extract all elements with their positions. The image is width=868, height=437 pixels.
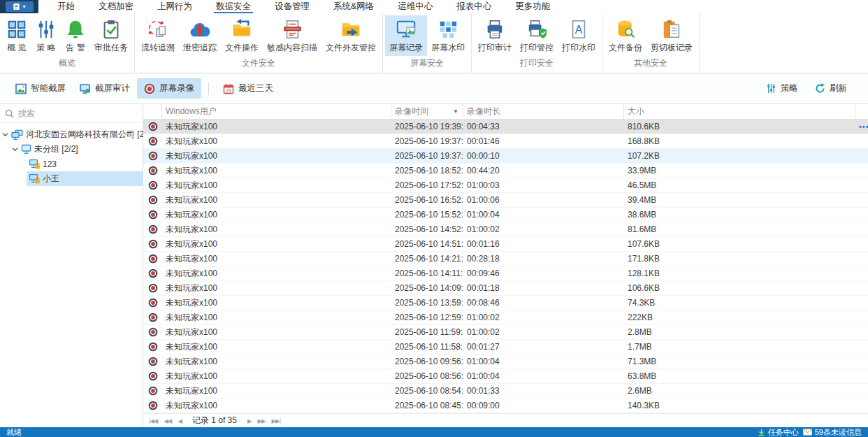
table-row[interactable]: 未知玩家x100 2025-06-10 14:51:08 00:01:16 10…	[143, 237, 868, 252]
print-watermark-button[interactable]: A 打印水印	[558, 15, 600, 56]
ribbon-group-screen-security: 屏幕记录 屏幕水印 屏幕安全	[383, 13, 472, 73]
search-input[interactable]	[18, 108, 138, 118]
policy-button-right[interactable]: 策略	[759, 78, 805, 99]
leak-trace-icon	[189, 19, 210, 40]
tree-item-ungrouped[interactable]: 未分组 [2/2]	[0, 142, 143, 157]
screen-recording-tab[interactable]: 屏幕录像	[137, 78, 201, 99]
chevron-down-icon[interactable]	[2, 131, 8, 138]
screen-record-button[interactable]: 屏幕记录	[385, 15, 427, 56]
screen-watermark-button[interactable]: 屏幕水印	[427, 15, 469, 56]
unread-messages-button[interactable]: 59条未读信息	[803, 427, 862, 437]
row-user: 未知玩家x100	[162, 268, 391, 280]
column-header-icon[interactable]	[143, 104, 162, 119]
clipboard-record-button[interactable]: 剪切板记录	[646, 15, 697, 56]
app-menu-button[interactable]: ▾	[6, 1, 34, 12]
row-user: 未知玩家x100	[162, 194, 391, 206]
filter-dropdown-icon[interactable]: ▼	[453, 108, 463, 115]
row-duration: 01:00:06	[463, 195, 624, 205]
column-header-user[interactable]: Windows用户	[162, 104, 391, 119]
column-header-duration[interactable]: 录像时长	[463, 104, 624, 119]
pager-prev-group-button[interactable]: ◀◀	[164, 417, 171, 424]
pager-prev-button[interactable]: ◀	[178, 417, 182, 424]
leak-trace-button[interactable]: 泄密追踪	[179, 15, 221, 56]
file-outgoing-button[interactable]: 文件外发管控	[321, 15, 380, 56]
smart-capture-button[interactable]: 智能截屏	[8, 78, 73, 99]
chevron-down-icon[interactable]	[12, 146, 18, 152]
table-row[interactable]: 未知玩家x100 2025-06-10 14:09:08 00:01:18 10…	[143, 281, 868, 296]
menu-tab[interactable]: 设备管理	[263, 0, 321, 13]
file-outgoing-icon	[340, 19, 361, 40]
file-operation-button[interactable]: 文件操作	[221, 15, 263, 56]
policy-button[interactable]: 策 略	[31, 15, 61, 56]
row-user: 未知玩家x100	[162, 297, 391, 309]
row-time: 2025-06-10 09:56:09	[391, 357, 463, 366]
row-actions-button[interactable]: •••	[859, 122, 868, 131]
record-icon	[148, 210, 158, 220]
table-row[interactable]: 未知玩家x100 2025-06-10 11:58:11 00:01:27 1.…	[143, 340, 868, 354]
menu-tab[interactable]: 系统&网络	[321, 0, 386, 13]
ribbon-spacer	[700, 13, 868, 73]
table-row[interactable]: 未知玩家x100 2025-06-10 09:56:09 01:00:04 71…	[143, 354, 868, 369]
table-row[interactable]: 未知玩家x100 2025-06-10 18:52:55 00:44:20 33…	[143, 164, 868, 178]
print-control-button[interactable]: 打印管控	[516, 15, 558, 56]
ribbon-group-overview: 概 览 策 略 告 警 审批任务 概览	[0, 13, 135, 73]
pagination-bar: |◀◀ ◀◀ ◀ 记录 1 of 35 ▶ ▶▶ ▶▶|	[143, 413, 868, 427]
row-user: 未知玩家x100	[162, 327, 391, 338]
table-row[interactable]: 未知玩家x100 2025-06-10 14:11:15 00:09:46 12…	[143, 266, 868, 281]
row-size: 81.6MB	[624, 224, 855, 234]
refresh-button[interactable]: 刷新	[808, 78, 854, 99]
recent-three-days-button[interactable]: 23 最近三天	[216, 78, 280, 99]
file-backup-button[interactable]: 文件备份	[605, 15, 646, 56]
row-time: 2025-06-10 19:39:23	[391, 122, 463, 131]
alert-button[interactable]: 告 警	[61, 15, 90, 56]
column-header-size[interactable]: 大小	[624, 104, 855, 119]
table-row[interactable]: 未知玩家x100 2025-06-10 15:52:40 01:00:04 38…	[143, 208, 868, 222]
menu-tab[interactable]: 上网行为	[145, 0, 204, 13]
print-audit-button[interactable]: 打印审计	[474, 15, 516, 56]
menu-tab[interactable]: 更多功能	[503, 0, 562, 13]
tree-item-terminal-xiaowang[interactable]: 小王	[0, 171, 143, 186]
menu-tab[interactable]: 开始	[45, 0, 87, 13]
row-duration: 00:09:46	[463, 268, 624, 278]
tree-item-company[interactable]: 河北安固云网络科技有限公司 [2/2]	[0, 127, 143, 142]
table-row[interactable]: 未知玩家x100 2025-06-10 08:45:21 00:09:00 14…	[143, 399, 868, 413]
table-row[interactable]: 未知玩家x100 2025-06-10 14:21:50 00:28:18 17…	[143, 252, 868, 266]
menu-tab[interactable]: 运维中心	[386, 0, 444, 13]
sensitive-scan-button[interactable]: 敏感内容扫描	[263, 15, 321, 56]
table-body: 未知玩家x100 2025-06-10 19:39:23 00:04:33 81…	[143, 120, 868, 413]
table-row[interactable]: 未知玩家x100 2025-06-10 16:52:44 01:00:06 39…	[143, 193, 868, 208]
menu-tab[interactable]: 文档加密	[87, 0, 145, 13]
table-row[interactable]: 未知玩家x100 2025-06-10 19:37:25 00:00:10 10…	[143, 149, 868, 164]
device-tree: 河北安固云网络科技有限公司 [2/2] 未分组 [2/2] 123 小王	[0, 123, 143, 186]
record-icon	[148, 151, 158, 161]
pager-last-button[interactable]: ▶▶|	[272, 417, 280, 424]
row-size: 107.6KB	[624, 239, 855, 249]
policy-icon	[36, 19, 57, 40]
table-row[interactable]: 未知玩家x100 2025-06-10 12:59:42 01:00:02 22…	[143, 310, 868, 325]
row-size: 222KB	[624, 313, 855, 322]
table-row[interactable]: 未知玩家x100 2025-06-10 19:37:36 00:01:46 16…	[143, 134, 868, 149]
flow-trace-icon	[147, 19, 168, 40]
table-row[interactable]: 未知玩家x100 2025-06-10 14:52:37 01:00:02 81…	[143, 222, 868, 237]
row-size: 38.6MB	[624, 210, 855, 220]
pager-next-group-button[interactable]: ▶▶	[258, 417, 266, 424]
task-center-button[interactable]: 任务中心	[758, 427, 799, 437]
table-row[interactable]: 未知玩家x100 2025-06-10 13:59:45 00:08:46 74…	[143, 296, 868, 310]
table-row[interactable]: 未知玩家x100 2025-06-10 08:54:32 00:01:33 2.…	[143, 384, 868, 399]
tree-item-terminal-123[interactable]: 123	[0, 157, 143, 171]
approval-tasks-button[interactable]: 审批任务	[90, 15, 132, 56]
pager-next-button[interactable]: ▶	[247, 417, 252, 424]
menu-tab[interactable]: 报表中心	[444, 0, 503, 13]
table-row[interactable]: 未知玩家x100 2025-06-10 11:59:40 01:00:02 2.…	[143, 325, 868, 340]
column-header-time[interactable]: 录像时间▼	[391, 104, 463, 119]
table-row[interactable]: 未知玩家x100 2025-06-10 19:39:23 00:04:33 81…	[143, 120, 868, 134]
pager-first-button[interactable]: |◀◀	[149, 417, 157, 424]
overview-button[interactable]: 概 览	[2, 15, 31, 56]
table-row[interactable]: 未知玩家x100 2025-06-10 08:56:05 01:00:04 63…	[143, 369, 868, 384]
table-row[interactable]: 未知玩家x100 2025-06-10 17:52:51 01:00:03 46…	[143, 178, 868, 193]
record-icon	[148, 401, 158, 410]
flow-trace-button[interactable]: 流转追溯	[137, 15, 179, 56]
capture-audit-button[interactable]: 截屏审计	[73, 78, 137, 99]
row-size: 107.2KB	[624, 151, 855, 161]
menu-tab[interactable]: 数据安全	[204, 0, 263, 13]
